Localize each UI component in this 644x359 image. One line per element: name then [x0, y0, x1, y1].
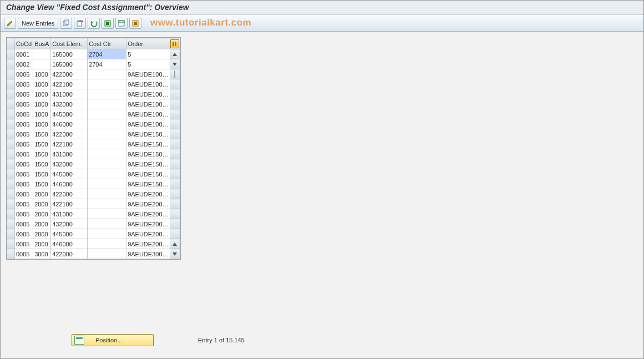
cell-busa[interactable]: 1500	[33, 169, 51, 179]
deselect-all-button[interactable]	[129, 18, 141, 29]
cell-costelem[interactable]: 432000	[51, 219, 88, 229]
scroll-track[interactable]	[170, 229, 180, 239]
cell-costctr[interactable]	[88, 119, 126, 129]
cell-busa[interactable]: 1500	[33, 149, 51, 159]
cell-costctr[interactable]	[88, 109, 126, 119]
cell-busa[interactable]: 1500	[33, 179, 51, 189]
cell-cocd[interactable]: 0005	[15, 129, 33, 139]
row-selector[interactable]	[7, 109, 15, 119]
cell-busa[interactable]: 3000	[33, 249, 51, 259]
cell-costctr[interactable]	[88, 169, 126, 179]
cell-order[interactable]: 5	[126, 49, 170, 59]
cell-costelem[interactable]: 431000	[51, 89, 88, 99]
row-selector[interactable]	[7, 59, 15, 69]
cell-cocd[interactable]: 0005	[15, 89, 33, 99]
row-selector[interactable]	[7, 139, 15, 149]
cell-busa[interactable]: 2000	[33, 219, 51, 229]
cell-costelem[interactable]: 422000	[51, 69, 88, 79]
scroll-track[interactable]	[170, 179, 180, 189]
cell-order[interactable]: 5	[126, 59, 170, 69]
position-button[interactable]: Position...	[72, 334, 154, 346]
cell-order[interactable]: 9AEUDE150…	[126, 149, 170, 159]
cell-costelem[interactable]: 422100	[51, 79, 88, 89]
row-selector[interactable]	[7, 49, 15, 59]
cell-busa[interactable]: 1000	[33, 109, 51, 119]
scroll-track[interactable]	[170, 109, 180, 119]
cell-cocd[interactable]: 0005	[15, 199, 33, 209]
cell-busa[interactable]: 2000	[33, 189, 51, 199]
cell-costctr[interactable]	[88, 219, 126, 229]
select-all-button[interactable]	[102, 18, 114, 29]
col-costctr[interactable]: Cost Ctr	[88, 38, 126, 49]
cell-costctr[interactable]	[88, 249, 126, 259]
cell-busa[interactable]: 2000	[33, 229, 51, 239]
scroll-track[interactable]	[170, 199, 180, 209]
cell-busa[interactable]: 1000	[33, 79, 51, 89]
cell-cocd[interactable]: 0001	[15, 49, 33, 59]
cell-costelem[interactable]: 446000	[51, 239, 88, 249]
scroll-up-button[interactable]	[170, 49, 180, 59]
cell-costctr[interactable]	[88, 99, 126, 109]
cell-busa[interactable]: 2000	[33, 209, 51, 219]
cell-order[interactable]: 9AEUDE100…	[126, 89, 170, 99]
cell-costelem[interactable]: 422000	[51, 129, 88, 139]
cell-cocd[interactable]: 0005	[15, 189, 33, 199]
undo-button[interactable]	[88, 18, 100, 29]
cell-costelem[interactable]: 431000	[51, 149, 88, 159]
scroll-track[interactable]	[170, 119, 180, 129]
cell-costelem[interactable]: 445000	[51, 109, 88, 119]
cell-cocd[interactable]: 0005	[15, 159, 33, 169]
cell-cocd[interactable]: 0005	[15, 149, 33, 159]
cell-costctr[interactable]	[88, 239, 126, 249]
cell-costelem[interactable]: 422100	[51, 199, 88, 209]
cell-order[interactable]: 9AEUDE100…	[126, 119, 170, 129]
col-order[interactable]: Order	[126, 38, 170, 49]
cell-costctr[interactable]	[88, 209, 126, 219]
scroll-track[interactable]	[170, 79, 180, 89]
row-selector[interactable]	[7, 79, 15, 89]
cell-costelem[interactable]: 446000	[51, 179, 88, 189]
cell-costelem[interactable]: 445000	[51, 229, 88, 239]
configure-columns-button[interactable]	[170, 38, 180, 49]
scroll-track[interactable]	[170, 129, 180, 139]
cell-order[interactable]: 9AEUDE200…	[126, 219, 170, 229]
cell-busa[interactable]: 1000	[33, 119, 51, 129]
cell-cocd[interactable]: 0005	[15, 99, 33, 109]
cell-busa[interactable]	[33, 59, 51, 69]
cell-cocd[interactable]: 0005	[15, 239, 33, 249]
cell-costctr[interactable]	[88, 79, 126, 89]
row-selector[interactable]	[7, 199, 15, 209]
cell-cocd[interactable]: 0005	[15, 109, 33, 119]
cell-costctr[interactable]	[88, 159, 126, 169]
cell-costelem[interactable]: 422000	[51, 249, 88, 259]
cell-costctr[interactable]	[88, 229, 126, 239]
row-selector[interactable]	[7, 169, 15, 179]
cell-cocd[interactable]: 0005	[15, 69, 33, 79]
cell-costelem[interactable]: 432000	[51, 159, 88, 169]
cell-costctr[interactable]	[88, 139, 126, 149]
row-selector[interactable]	[7, 159, 15, 169]
cell-order[interactable]: 9AEUDE100…	[126, 99, 170, 109]
cell-costelem[interactable]: 432000	[51, 99, 88, 109]
new-entries-button[interactable]: New Entries	[18, 18, 58, 29]
cell-busa[interactable]: 2000	[33, 199, 51, 209]
scroll-thumb[interactable]	[170, 69, 180, 79]
row-selector[interactable]	[7, 229, 15, 239]
cell-busa[interactable]: 1500	[33, 139, 51, 149]
cell-cocd[interactable]: 0005	[15, 79, 33, 89]
cell-busa[interactable]	[33, 49, 51, 59]
cell-busa[interactable]: 2000	[33, 239, 51, 249]
cell-order[interactable]: 9AEUDE200…	[126, 199, 170, 209]
scroll-up-step-button[interactable]	[170, 239, 180, 249]
cell-order[interactable]: 9AEUDE100…	[126, 69, 170, 79]
scroll-track[interactable]	[170, 209, 180, 219]
cell-order[interactable]: 9AEUDE100…	[126, 79, 170, 89]
scroll-track[interactable]	[170, 189, 180, 199]
cell-costelem[interactable]: 445000	[51, 169, 88, 179]
cell-cocd[interactable]: 0002	[15, 59, 33, 69]
cell-cocd[interactable]: 0005	[15, 139, 33, 149]
row-selector[interactable]	[7, 89, 15, 99]
cell-costctr[interactable]: 2704	[88, 59, 126, 69]
scroll-track[interactable]	[170, 99, 180, 109]
cell-order[interactable]: 9AEUDE300…	[126, 249, 170, 259]
